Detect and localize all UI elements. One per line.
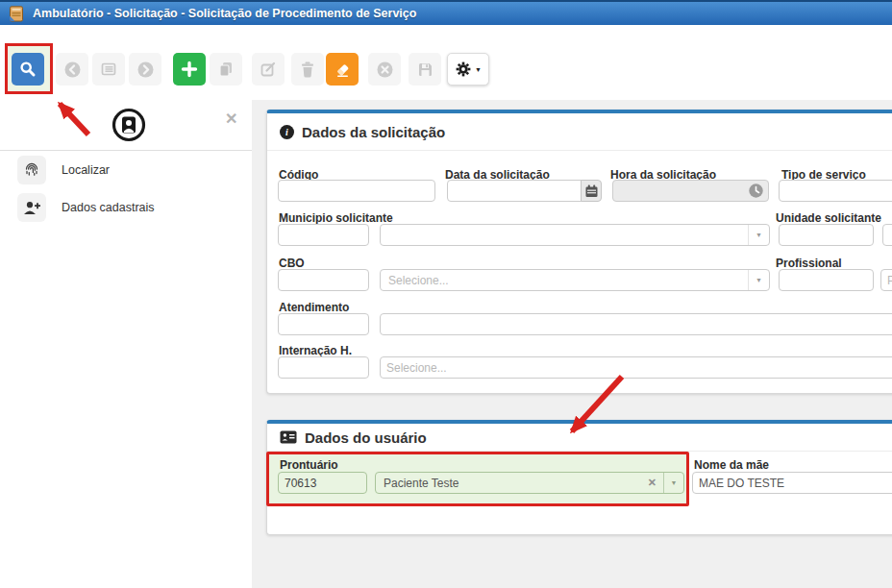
data-solicitacao-input[interactable]: [447, 180, 582, 202]
previous-button[interactable]: [56, 53, 88, 86]
save-button[interactable]: [409, 53, 441, 86]
annotation-arrow-search: [60, 104, 88, 135]
municipio-label: Municipio solicitante: [279, 211, 393, 225]
gear-icon: [455, 61, 472, 78]
calendar-icon: [584, 184, 599, 198]
chevron-down-icon[interactable]: ▼: [748, 270, 769, 290]
prontuario-code-input[interactable]: [278, 472, 367, 494]
list-button[interactable]: [92, 53, 125, 86]
internacao-select-input[interactable]: [380, 356, 892, 379]
clock-icon: [748, 183, 764, 199]
id-card-icon: [280, 430, 297, 444]
window-title: Ambulatório - Solicitação - Solicitação …: [33, 7, 416, 20]
internacao-label: Internação H.: [279, 344, 352, 357]
chevron-down-icon[interactable]: ▼: [663, 473, 683, 493]
clear-icon[interactable]: ✕: [648, 477, 657, 489]
panel-dados-solicitacao: i Dados da solicitação Código Data da so…: [266, 110, 892, 394]
tipo-servico-input[interactable]: [779, 180, 892, 202]
atendimento-label: Atendimento: [279, 301, 349, 314]
unidade-label: Unidade solicitante: [776, 211, 881, 225]
add-button[interactable]: [173, 53, 206, 86]
chevron-down-icon: ▼: [475, 66, 482, 73]
sidebar-item-label: Localizar: [62, 163, 110, 177]
clear-button[interactable]: [326, 53, 359, 86]
person-add-icon: [17, 193, 46, 222]
panel-title: Dados do usuário: [305, 429, 427, 446]
close-icon[interactable]: ✕: [225, 110, 237, 128]
plus-icon: [181, 61, 198, 78]
nome-mae-input[interactable]: [692, 472, 892, 494]
search-button[interactable]: [12, 53, 44, 86]
copy-icon: [217, 61, 235, 78]
floppy-save-icon: [417, 61, 434, 78]
app-window: Ambulatório - Solicitação - Solicitação …: [0, 0, 892, 588]
cbo-select[interactable]: Selecione... ▼: [380, 269, 770, 291]
cbo-label: CBO: [279, 257, 305, 270]
trash-icon: [300, 61, 315, 78]
panel-title: Dados da solicitação: [302, 124, 445, 140]
edit-icon: [260, 61, 277, 78]
unidade-code-input[interactable]: [779, 224, 874, 246]
settings-menu-button[interactable]: ▼: [447, 53, 489, 86]
panel-header: i Dados da solicitação: [267, 113, 892, 151]
atendimento-desc-input[interactable]: [380, 313, 892, 335]
hora-solicitacao-input: [612, 180, 769, 202]
select-placeholder: Selecione...: [388, 274, 449, 287]
copy-button[interactable]: [210, 53, 242, 86]
chevron-down-icon[interactable]: ▼: [748, 225, 769, 245]
municipio-code-input[interactable]: [278, 224, 369, 246]
paciente-name: Paciente Teste: [384, 477, 459, 490]
panel-dados-usuario: Dados do usuário Prontuário Paciente Tes…: [266, 420, 892, 535]
arrow-right-circle-icon: [136, 61, 155, 79]
app-icon: [9, 6, 25, 22]
atendimento-code-input[interactable]: [278, 313, 369, 335]
delete-button[interactable]: [291, 53, 324, 86]
fingerprint-icon: [17, 156, 46, 184]
eraser-icon: [334, 61, 352, 79]
sidebar-item-localizar[interactable]: Localizar: [0, 156, 252, 192]
sidebar-item-label: Dados cadastrais: [62, 201, 155, 214]
internacao-code-input[interactable]: [278, 356, 369, 379]
nome-mae-label: Nome da mãe: [694, 458, 769, 472]
profissional-code-input[interactable]: [779, 269, 874, 291]
window-titlebar: Ambulatório - Solicitação - Solicitação …: [0, 0, 892, 25]
list-icon: [100, 61, 117, 78]
info-icon: i: [280, 125, 294, 139]
contact-badge-icon: [111, 107, 147, 143]
calendar-button[interactable]: [581, 180, 602, 202]
profissional-search-input[interactable]: [880, 269, 892, 291]
profissional-label: Profissional: [776, 257, 842, 270]
magnifier-icon: [18, 60, 37, 79]
x-circle-icon: [376, 61, 394, 79]
cancel-button[interactable]: [368, 53, 401, 86]
arrow-left-circle-icon: [63, 61, 82, 79]
next-button[interactable]: [129, 53, 161, 86]
paciente-combobox[interactable]: Paciente Teste ✕ ▼: [375, 472, 684, 494]
codigo-input[interactable]: [278, 180, 435, 202]
prontuario-label: Prontuário: [280, 458, 338, 472]
cbo-code-input[interactable]: [278, 269, 369, 291]
unidade-desc-input[interactable]: [882, 224, 892, 246]
sidebar-item-dados-cadastrais[interactable]: Dados cadastrais: [0, 193, 252, 230]
panel-header: Dados do usuário: [267, 424, 892, 452]
sidebar-divider: [0, 150, 252, 151]
edit-button[interactable]: [252, 53, 285, 86]
municipio-select[interactable]: ▼: [380, 224, 770, 246]
